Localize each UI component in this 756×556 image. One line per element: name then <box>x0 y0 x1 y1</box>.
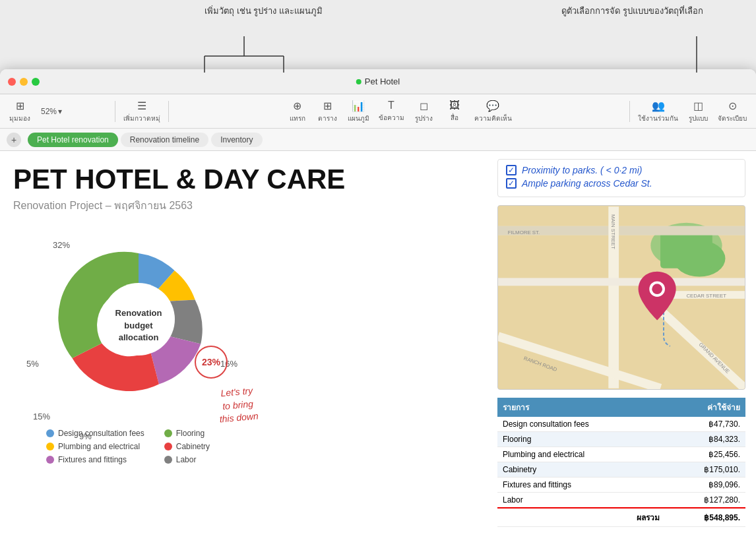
zoom-control[interactable]: 52% ▾ <box>37 105 66 118</box>
table-row: Plumbing and electrical ฿25,456. <box>497 447 745 462</box>
comment-icon: 💬 <box>486 100 499 112</box>
format-button[interactable]: ◫ รูปแบบ <box>683 98 712 125</box>
toolbar-divider-3 <box>629 101 630 122</box>
toolbar-divider-1 <box>115 101 115 122</box>
annotation-bracket-add <box>172 36 323 73</box>
collab-icon: 👥 <box>652 100 665 112</box>
legend-dot-flooring <box>164 429 172 437</box>
legend-dot-fixtures <box>46 456 54 464</box>
title-text: Pet Hotel <box>365 77 400 86</box>
toolbar-divider-2 <box>168 101 169 122</box>
tab-pet-hotel-renovation[interactable]: Pet Hotel renovation <box>28 133 118 147</box>
collab-label: ใช้งานร่วมกัน <box>638 113 678 123</box>
add-icon: ☰ <box>137 100 146 112</box>
insert-label: แทรก <box>290 113 305 123</box>
tab-renovation-timeline[interactable]: Renovation timeline <box>121 133 208 147</box>
comment-button[interactable]: 💬 ความคิดเห็น <box>470 98 516 125</box>
note-text-2: Ample parking across Cedar St. <box>522 178 652 189</box>
add-label: เพิ่มกวาดหมุ่ <box>123 113 160 123</box>
tab-inventory[interactable]: Inventory <box>211 133 262 147</box>
main-window: Pet Hotel ⊞ มุมมอง 52% ▾ ☰ เพิ่มกวาดหมุ่… <box>0 69 756 556</box>
map-svg: FILMORE ST. MAIN STREET RANCH ROAD GRAND… <box>498 206 745 389</box>
add-objects-button[interactable]: ☰ เพิ่มกวาดหมุ่ <box>119 98 164 125</box>
view-label: มุมมอง <box>9 113 30 123</box>
shape-icon: ◻ <box>420 100 428 112</box>
collab-button[interactable]: 👥 ใช้งานร่วมกัน <box>634 98 682 125</box>
chart-area: 32% 5% 15% 9% 16% <box>13 227 343 464</box>
close-button[interactable] <box>8 78 16 86</box>
maximize-button[interactable] <box>32 78 40 86</box>
legend-col-1: Design consultation fees Plumbing and el… <box>46 429 144 464</box>
text-label: ข้อความ <box>379 113 404 123</box>
shape-button[interactable]: ◻ รูปร่าง <box>410 98 439 125</box>
total-value: ฿548,895. <box>665 508 745 527</box>
insert-button[interactable]: ⊕ แทรก <box>283 98 312 125</box>
table-total-row: ผลรวม ฿548,895. <box>497 508 745 527</box>
main-content: PET HOTEL & DAY CARE Renovation Project … <box>0 151 756 556</box>
pct-5: 5% <box>26 359 39 369</box>
chart-label: แผนภูมิ <box>348 113 369 123</box>
organize-button[interactable]: ⊙ จัดระเบียบ <box>714 98 751 125</box>
table-row: Cabinetry ฿175,010. <box>497 462 745 478</box>
row-cost-2: ฿25,456. <box>665 447 745 462</box>
budget-table: รายการ ค่าใช้จ่าย Design consultation fe… <box>497 398 745 527</box>
svg-text:CEDAR STREET: CEDAR STREET <box>686 293 726 299</box>
row-cost-4: ฿89,096. <box>665 478 745 493</box>
annotation-add-objects: เพิ่มวัตถุ เช่น รูปร่าง และแผนภูมิ <box>205 5 323 17</box>
checkbox-1[interactable]: ✓ <box>506 165 517 175</box>
svg-rect-8 <box>660 233 712 268</box>
format-icon: ◫ <box>693 100 703 112</box>
right-panel: ✓ Proximity to parks. ( < 0·2 mi) ✓ Ampl… <box>492 151 756 556</box>
legend-label-flooring: Flooring <box>176 429 205 438</box>
note-line-2: ✓ Ample parking across Cedar St. <box>506 178 737 189</box>
svg-text:FILMORE ST.: FILMORE ST. <box>508 230 540 235</box>
minimize-button[interactable] <box>20 78 28 86</box>
svg-point-23 <box>652 284 662 294</box>
annotation-23-circle: 23% <box>195 346 228 379</box>
chart-button[interactable]: 📊 แผนภูมิ <box>344 98 373 125</box>
table-row-labor: Labor ฿127,280. <box>497 493 745 509</box>
col-header-cost: ค่าใช้จ่าย <box>665 398 745 417</box>
svg-rect-20 <box>498 278 745 286</box>
table-header-row: รายการ ค่าใช้จ่าย <box>497 398 745 417</box>
row-item-1: Flooring <box>497 432 665 447</box>
row-item-4: Fixtures and fittings <box>497 478 665 493</box>
legend-plumbing: Plumbing and electrical <box>46 442 144 451</box>
insert-icon: ⊕ <box>293 100 301 112</box>
left-panel: PET HOTEL & DAY CARE Renovation Project … <box>0 151 492 556</box>
table-icon: ⊞ <box>323 100 332 112</box>
row-item-2: Plumbing and electrical <box>497 447 665 462</box>
legend-label-design: Design consultation fees <box>58 429 144 438</box>
add-tab-button[interactable]: + <box>7 133 21 147</box>
view-button[interactable]: ⊞ มุมมอง <box>5 98 34 125</box>
text-button[interactable]: T ข้อความ <box>375 98 408 125</box>
annotations-overlay: เพิ่มวัตถุ เช่น รูปร่าง และแผนภูมิ ดูตัว… <box>0 0 756 73</box>
toolbar-right: 👥 ใช้งานร่วมกัน ◫ รูปแบบ ⊙ จัดระเบียบ <box>634 98 751 125</box>
organize-label: จัดระเบียบ <box>718 113 747 123</box>
legend-label-cabinetry: Cabinetry <box>176 442 210 451</box>
legend-design: Design consultation fees <box>46 429 144 438</box>
tab-label-0: Pet Hotel renovation <box>37 135 109 144</box>
note-text-1: Proximity to parks. ( < 0·2 mi) <box>522 165 642 175</box>
annotation-handwriting: Let's tryto bringthis down <box>216 385 259 427</box>
legend-fixtures: Fixtures and fittings <box>46 455 144 464</box>
table-row: Design consultation fees ฿47,730. <box>497 417 745 432</box>
table-button[interactable]: ⊞ ตาราง <box>313 98 342 125</box>
pct-15: 15% <box>33 412 50 421</box>
annotation-23-text: 23% <box>202 357 220 367</box>
media-label: สื่อ <box>451 113 458 123</box>
titlebar: Pet Hotel <box>0 69 756 94</box>
row-item-5: Labor <box>497 493 665 509</box>
checkbox-2[interactable]: ✓ <box>506 178 517 189</box>
document-title: PET HOTEL & DAY CARE <box>13 164 479 195</box>
media-button[interactable]: 🖼 สื่อ <box>440 98 469 125</box>
comment-label: ความคิดเห็น <box>474 113 512 123</box>
table-row: Fixtures and fittings ฿89,096. <box>497 478 745 493</box>
chart-legend: Design consultation fees Plumbing and el… <box>46 429 210 464</box>
legend-flooring: Flooring <box>164 429 210 438</box>
col-header-item: รายการ <box>497 398 665 417</box>
chart-center-label: Renovation budgetallocation <box>109 295 168 344</box>
legend-label-labor: Labor <box>176 455 197 464</box>
chart-icon: 📊 <box>352 100 365 112</box>
budget-table-container: รายการ ค่าใช้จ่าย Design consultation fe… <box>497 398 745 527</box>
